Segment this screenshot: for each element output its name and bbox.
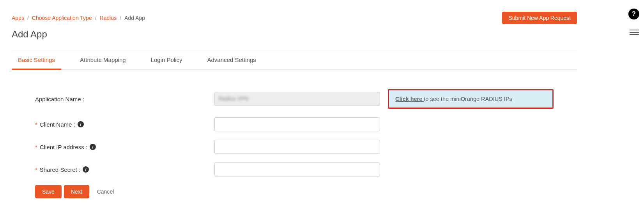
shared-secret-label: *Shared Secret : i — [35, 166, 207, 173]
page-title: Add App — [12, 29, 577, 40]
required-mark: * — [35, 121, 37, 128]
tab-login-policy[interactable]: Login Policy — [145, 51, 189, 70]
hamburger-menu-icon[interactable] — [630, 30, 639, 35]
submit-new-app-request-button[interactable]: Submit New App Request — [502, 12, 577, 24]
breadcrumb-separator: / — [95, 15, 97, 21]
info-box-text: to see the miniOrange RADIUS IPs — [424, 96, 512, 102]
info-icon[interactable]: i — [78, 121, 84, 127]
breadcrumb-link-choose-app-type[interactable]: Choose Application Type — [32, 15, 92, 21]
client-ip-input[interactable] — [214, 140, 380, 154]
next-button[interactable]: Next — [64, 185, 89, 198]
breadcrumb-link-radius[interactable]: Radius — [100, 15, 117, 21]
client-name-label: *Client Name : i — [35, 121, 207, 128]
shared-secret-input[interactable] — [214, 162, 380, 176]
info-icon[interactable]: i — [90, 144, 96, 150]
cancel-button[interactable]: Cancel — [92, 185, 120, 198]
form-area: Application Name : Radius VPN Click here… — [12, 70, 577, 206]
help-icon[interactable]: ? — [628, 9, 639, 19]
tab-basic-settings[interactable]: Basic Settings — [12, 51, 61, 70]
tab-advanced-settings[interactable]: Advanced Settings — [201, 51, 262, 70]
breadcrumb: Apps / Choose Application Type / Radius … — [12, 15, 145, 21]
required-mark: * — [35, 166, 37, 173]
breadcrumb-separator: / — [120, 15, 121, 21]
client-name-input[interactable] — [214, 117, 380, 131]
application-name-label: Application Name : — [35, 96, 207, 102]
click-here-link[interactable]: Click here — [395, 96, 424, 102]
application-name-input: Radius VPN — [214, 92, 380, 106]
tabs-container: Basic Settings Attribute Mapping Login P… — [12, 51, 577, 70]
breadcrumb-separator: / — [27, 15, 29, 21]
required-mark: * — [35, 144, 37, 150]
client-ip-label: *Client IP address : i — [35, 144, 207, 150]
info-icon[interactable]: i — [83, 166, 89, 173]
breadcrumb-current: Add App — [124, 15, 145, 21]
breadcrumb-link-apps[interactable]: Apps — [12, 15, 24, 21]
tab-attribute-mapping[interactable]: Attribute Mapping — [74, 51, 132, 70]
radius-ips-info-box: Click here to see the miniOrange RADIUS … — [388, 89, 554, 109]
save-button[interactable]: Save — [35, 185, 62, 198]
